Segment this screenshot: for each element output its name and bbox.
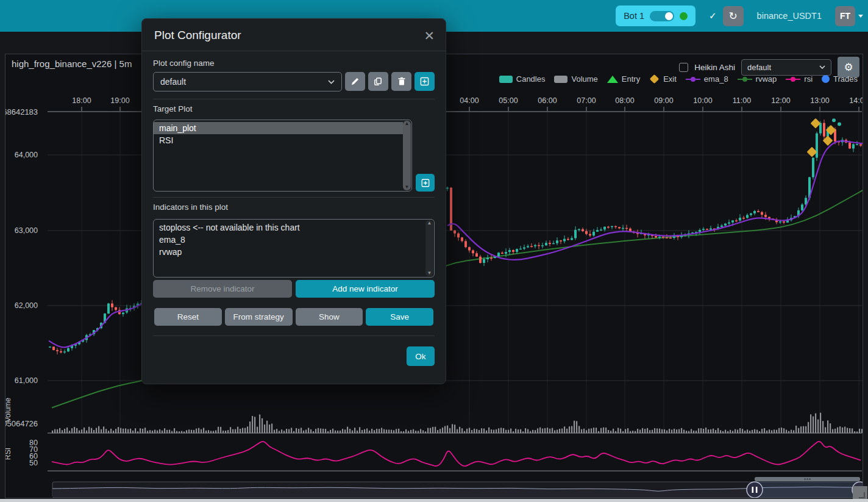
save-button[interactable]: Save bbox=[366, 308, 433, 326]
legend-item-rsi[interactable]: rsi bbox=[786, 74, 813, 84]
svg-text:06:00: 06:00 bbox=[538, 96, 557, 105]
copy-icon bbox=[374, 77, 383, 86]
bot-name-label: Bot 1 bbox=[624, 11, 644, 21]
svg-text:09:00: 09:00 bbox=[654, 96, 673, 105]
indicators-scrollbar[interactable]: ▲ ▼ bbox=[425, 220, 433, 276]
plot-config-name-label: Plot config name bbox=[153, 59, 435, 68]
chart-title: high_frog_binance_v226 | 5m bbox=[12, 59, 132, 69]
heikin-ashi-label: Heikin Ashi bbox=[694, 63, 735, 72]
scroll-down-icon: ▼ bbox=[427, 270, 432, 276]
svg-text:18:00: 18:00 bbox=[72, 96, 91, 105]
bot-toggle[interactable] bbox=[650, 11, 674, 21]
duplicate-config-button[interactable] bbox=[368, 72, 388, 91]
modal-header: Plot Configurator ✕ bbox=[142, 19, 446, 51]
ema-line bbox=[447, 141, 863, 260]
svg-text:Volume: Volume bbox=[5, 398, 12, 422]
svg-text:11:00: 11:00 bbox=[733, 96, 751, 105]
trades-dot-icon bbox=[822, 75, 830, 83]
heikin-ashi-checkbox[interactable] bbox=[679, 63, 688, 72]
indicator-item[interactable]: ema_8 bbox=[154, 234, 434, 246]
refresh-icon: ↻ bbox=[728, 10, 737, 23]
legend-item-ema_8[interactable]: ema_8 bbox=[686, 74, 728, 84]
plot-configurator-modal: Plot Configurator ✕ Plot config name def… bbox=[141, 18, 446, 384]
volume-bars bbox=[52, 413, 863, 433]
reset-button[interactable]: Reset bbox=[154, 308, 222, 326]
ema-line bbox=[49, 304, 141, 347]
indicators-label: Indicators in this plot bbox=[153, 203, 435, 212]
rvwap-line-icon bbox=[738, 79, 752, 80]
scroll-up-icon: ▲ bbox=[427, 220, 432, 226]
rsi-line bbox=[52, 442, 861, 466]
exit-diamond-icon bbox=[650, 74, 660, 84]
candles-swatch-icon bbox=[499, 76, 513, 83]
svg-text:14:00: 14:00 bbox=[849, 96, 863, 105]
legend-item-rvwap[interactable]: rvwap bbox=[738, 74, 777, 84]
svg-text:50: 50 bbox=[29, 459, 38, 467]
delete-config-button[interactable] bbox=[391, 72, 411, 91]
online-check-icon: ✓ bbox=[709, 10, 717, 21]
svg-text:62,000: 62,000 bbox=[15, 301, 38, 310]
svg-text:63,000: 63,000 bbox=[15, 226, 38, 235]
ok-button[interactable]: Ok bbox=[407, 346, 435, 366]
target-plot-scrollbar[interactable]: ▲ ▼ bbox=[403, 121, 411, 190]
chevron-down-icon bbox=[858, 15, 863, 18]
plot-config-name-select[interactable]: default bbox=[153, 72, 342, 91]
svg-text:RSI: RSI bbox=[5, 448, 12, 460]
svg-text:12:00: 12:00 bbox=[771, 96, 790, 105]
modal-action-row: ResetFrom strategyShowSave bbox=[154, 308, 433, 326]
rsi-line-icon bbox=[786, 79, 800, 80]
show-button[interactable]: Show bbox=[296, 308, 363, 326]
entry-triangle-icon bbox=[607, 76, 618, 83]
page-bottom-strip bbox=[0, 499, 868, 502]
target-plot-item-rsi[interactable]: RSI bbox=[154, 134, 411, 146]
gear-icon: ⚙ bbox=[844, 61, 853, 74]
close-icon[interactable]: ✕ bbox=[424, 29, 435, 42]
scroll-up-icon: ▲ bbox=[405, 121, 410, 127]
account-name[interactable]: binance_USDT1 bbox=[757, 11, 822, 21]
svg-text:13:00: 13:00 bbox=[810, 96, 829, 105]
add-new-indicator-button[interactable]: Add new indicator bbox=[296, 280, 435, 298]
bot-status-dot bbox=[680, 12, 688, 20]
bot-selector-button[interactable]: Bot 1 bbox=[616, 5, 695, 26]
svg-text:08:00: 08:00 bbox=[615, 96, 634, 105]
remove-indicator-button[interactable]: Remove indicator bbox=[153, 280, 292, 298]
plot-config-select[interactable]: default bbox=[741, 59, 831, 76]
chart-legend: CandlesVolumeEntryExitema_8rvwaprsiTrade… bbox=[499, 74, 858, 84]
svg-text:068642183: 068642183 bbox=[5, 107, 38, 117]
modal-title: Plot Configurator bbox=[154, 29, 241, 42]
svg-text:07:00: 07:00 bbox=[577, 96, 596, 105]
add-config-button[interactable] bbox=[414, 72, 435, 91]
refresh-button[interactable]: ↻ bbox=[723, 6, 744, 26]
svg-text:05:00: 05:00 bbox=[499, 96, 518, 105]
indicator-item[interactable]: stoploss <-- not available in this chart bbox=[154, 221, 434, 234]
zoom-navigator[interactable] bbox=[52, 477, 863, 498]
svg-text:10:00: 10:00 bbox=[693, 96, 712, 105]
target-plot-listbox: main_plotRSI ▲ ▼ bbox=[153, 120, 412, 192]
scroll-down-icon: ▼ bbox=[405, 184, 410, 190]
svg-text:61,000: 61,000 bbox=[15, 376, 38, 385]
svg-text:19:00: 19:00 bbox=[110, 96, 129, 105]
legend-item-volume[interactable]: Volume bbox=[554, 74, 597, 84]
legend-item-entry[interactable]: Entry bbox=[607, 74, 640, 84]
ema_8-line-icon bbox=[686, 79, 700, 80]
svg-text:04:00: 04:00 bbox=[460, 96, 478, 105]
add-plus-icon bbox=[421, 179, 430, 187]
add-subplot-button[interactable] bbox=[416, 174, 435, 192]
chevron-down-icon bbox=[328, 80, 335, 84]
zoom-handle[interactable] bbox=[747, 482, 763, 498]
chevron-down-icon bbox=[819, 65, 825, 69]
add-plus-icon bbox=[420, 77, 429, 86]
legend-item-candles[interactable]: Candles bbox=[499, 74, 546, 84]
trash-icon bbox=[397, 77, 406, 86]
ft-logo-button[interactable]: FT bbox=[835, 6, 855, 26]
target-plot-item-main_plot[interactable]: main_plot bbox=[154, 122, 403, 134]
indicators-listbox: stoploss <-- not available in this chart… bbox=[153, 219, 435, 278]
legend-item-trades[interactable]: Trades bbox=[822, 74, 858, 84]
rename-config-button[interactable] bbox=[345, 72, 365, 91]
volume-swatch-icon bbox=[554, 76, 567, 83]
from-strategy-button[interactable]: From strategy bbox=[225, 308, 293, 326]
legend-item-exit[interactable]: Exit bbox=[649, 74, 677, 84]
pencil-icon bbox=[350, 77, 360, 86]
target-plot-label: Target Plot bbox=[153, 104, 435, 113]
indicator-item[interactable]: rvwap bbox=[154, 246, 434, 258]
